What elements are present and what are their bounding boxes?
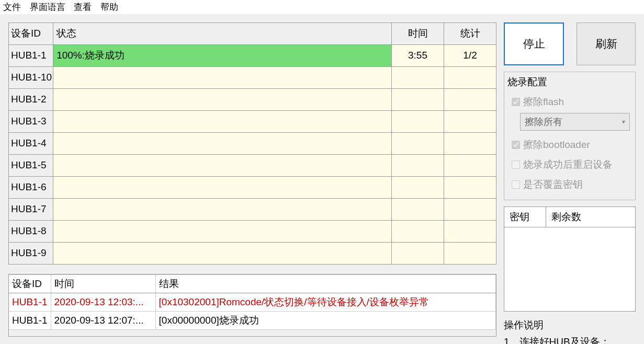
device-status-cell bbox=[53, 155, 392, 177]
device-id-cell: HUB1-8 bbox=[9, 221, 53, 243]
erase-mode-select[interactable]: 擦除所有 ▾ bbox=[520, 113, 630, 131]
device-id-cell: HUB1-1 bbox=[9, 45, 53, 67]
device-status-cell bbox=[53, 221, 392, 243]
device-table: 设备ID 状态 时间 统计 HUB1-1100%:烧录成功3:551/2HUB1… bbox=[8, 22, 496, 265]
key-header-key: 密钥 bbox=[504, 207, 546, 227]
burn-config-group: 烧录配置 擦除flash 擦除所有 ▾ 擦除bootloader 烧录成功后重启… bbox=[504, 72, 636, 200]
log-result-cell: [0x00000000]烧录成功 bbox=[155, 312, 495, 330]
table-row[interactable]: HUB1-8 bbox=[9, 221, 496, 243]
reboot-after-checkbox[interactable]: 烧录成功后重启设备 bbox=[510, 155, 630, 175]
device-status-cell bbox=[53, 199, 392, 221]
device-header-time: 时间 bbox=[392, 23, 444, 45]
device-status-cell bbox=[53, 177, 392, 199]
device-stat-cell bbox=[444, 133, 496, 155]
key-table: 密钥 剩余数 bbox=[504, 207, 636, 312]
menu-lang[interactable]: 界面语言 bbox=[30, 2, 65, 12]
device-id-cell: HUB1-6 bbox=[9, 177, 53, 199]
device-stat-cell: 1/2 bbox=[444, 45, 496, 67]
erase-bootloader-checkbox[interactable]: 擦除bootloader bbox=[510, 135, 630, 155]
device-time-cell: 3:55 bbox=[392, 45, 444, 67]
table-row[interactable]: HUB1-1100%:烧录成功3:551/2 bbox=[9, 45, 496, 67]
table-row[interactable]: HUB1-6 bbox=[9, 177, 496, 199]
refresh-button[interactable]: 刷新 bbox=[577, 22, 636, 65]
device-time-cell bbox=[392, 155, 444, 177]
erase-flash-input[interactable] bbox=[512, 98, 520, 106]
device-stat-cell bbox=[444, 155, 496, 177]
device-status-cell bbox=[53, 89, 392, 111]
key-table-body bbox=[504, 227, 635, 311]
erase-mode-value: 擦除所有 bbox=[525, 116, 562, 128]
table-row[interactable]: HUB1-7 bbox=[9, 199, 496, 221]
device-time-cell bbox=[392, 199, 444, 221]
device-time-cell bbox=[392, 67, 444, 89]
instructions-line1: 1、连接好HUB及设备； bbox=[504, 335, 636, 344]
device-id-cell: HUB1-5 bbox=[9, 155, 53, 177]
table-row[interactable]: HUB1-3 bbox=[9, 111, 496, 133]
log-header-time: 时间 bbox=[51, 275, 155, 293]
log-result-cell: [0x10302001]Romcode/状态切换/等待设备接入/设备枚举异常 bbox=[155, 293, 495, 312]
table-row[interactable]: HUB1-9 bbox=[9, 243, 496, 265]
device-stat-cell bbox=[444, 67, 496, 89]
device-id-cell: HUB1-3 bbox=[9, 111, 53, 133]
device-time-cell bbox=[392, 133, 444, 155]
instructions: 操作说明 1、连接好HUB及设备； 2、从"文件"—"导入烧录 bbox=[504, 318, 636, 344]
override-key-checkbox[interactable]: 是否覆盖密钥 bbox=[510, 175, 630, 194]
table-row[interactable]: HUB1-5 bbox=[9, 155, 496, 177]
instructions-title: 操作说明 bbox=[504, 318, 636, 332]
erase-bootloader-input[interactable] bbox=[512, 141, 520, 149]
table-row[interactable]: HUB1-2 bbox=[9, 89, 496, 111]
chevron-down-icon: ▾ bbox=[622, 118, 625, 125]
device-stat-cell bbox=[444, 221, 496, 243]
menu-help[interactable]: 帮助 bbox=[100, 2, 118, 12]
device-id-cell: HUB1-2 bbox=[9, 89, 53, 111]
device-stat-cell bbox=[444, 111, 496, 133]
key-header-remaining: 剩余数 bbox=[546, 207, 635, 227]
log-header-result: 结果 bbox=[155, 275, 495, 293]
device-time-cell bbox=[392, 89, 444, 111]
device-status-cell bbox=[53, 67, 392, 89]
erase-flash-checkbox[interactable]: 擦除flash bbox=[510, 92, 630, 112]
device-stat-cell bbox=[444, 243, 496, 265]
log-id-cell: HUB1-1 bbox=[9, 312, 51, 330]
reboot-after-label: 烧录成功后重启设备 bbox=[523, 158, 613, 171]
device-id-cell: HUB1-9 bbox=[9, 243, 53, 265]
log-time-cell: 2020-09-13 12:03:... bbox=[51, 293, 155, 312]
stop-button[interactable]: 停止 bbox=[504, 22, 564, 65]
device-status-cell: 100%:烧录成功 bbox=[53, 45, 392, 67]
device-status-cell bbox=[53, 111, 392, 133]
device-id-cell: HUB1-10 bbox=[9, 67, 53, 89]
log-panel: 设备ID 时间 结果 HUB1-12020-09-13 12:03:...[0x… bbox=[8, 274, 496, 337]
table-row[interactable]: HUB1-4 bbox=[9, 133, 496, 155]
device-time-cell bbox=[392, 111, 444, 133]
device-id-cell: HUB1-7 bbox=[9, 199, 53, 221]
log-time-cell: 2020-09-13 12:07:... bbox=[51, 312, 155, 330]
device-time-cell bbox=[392, 221, 444, 243]
device-stat-cell bbox=[444, 177, 496, 199]
menu-file[interactable]: 文件 bbox=[3, 2, 21, 12]
device-id-cell: HUB1-4 bbox=[9, 133, 53, 155]
override-key-label: 是否覆盖密钥 bbox=[523, 178, 583, 191]
reboot-after-input[interactable] bbox=[512, 160, 520, 169]
device-time-cell bbox=[392, 177, 444, 199]
device-header-id: 设备ID bbox=[9, 23, 53, 45]
override-key-input[interactable] bbox=[512, 180, 520, 189]
log-header-id: 设备ID bbox=[9, 275, 51, 293]
device-header-stat: 统计 bbox=[444, 23, 496, 45]
device-status-cell bbox=[53, 133, 392, 155]
log-id-cell: HUB1-1 bbox=[9, 293, 51, 312]
log-row[interactable]: HUB1-12020-09-13 12:03:...[0x10302001]Ro… bbox=[9, 293, 496, 312]
device-stat-cell bbox=[444, 199, 496, 221]
device-status-cell bbox=[53, 243, 392, 265]
device-header-status: 状态 bbox=[53, 23, 392, 45]
menu-view[interactable]: 查看 bbox=[74, 2, 92, 12]
log-table: 设备ID 时间 结果 HUB1-12020-09-13 12:03:...[0x… bbox=[9, 274, 496, 330]
menubar: 文件 界面语言 查看 帮助 bbox=[0, 0, 644, 14]
device-time-cell bbox=[392, 243, 444, 265]
config-legend: 烧录配置 bbox=[507, 75, 630, 89]
erase-bootloader-label: 擦除bootloader bbox=[523, 138, 590, 152]
erase-flash-label: 擦除flash bbox=[523, 95, 564, 109]
table-row[interactable]: HUB1-10 bbox=[9, 67, 496, 89]
log-row[interactable]: HUB1-12020-09-13 12:07:...[0x00000000]烧录… bbox=[9, 312, 496, 330]
device-stat-cell bbox=[444, 89, 496, 111]
